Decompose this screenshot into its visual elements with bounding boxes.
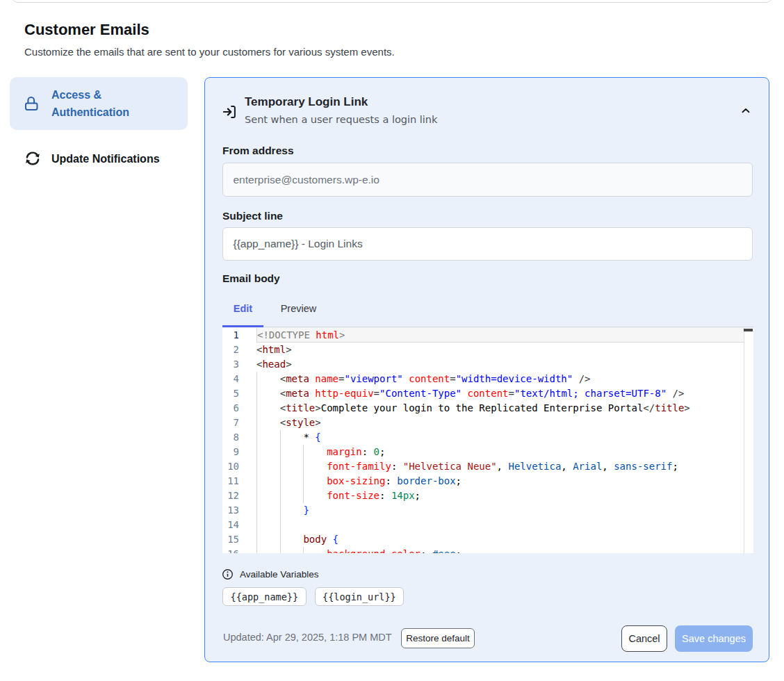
from-address-label: From address [222, 145, 294, 157]
editor-line[interactable]: 11 box-sizing: border-box; [222, 474, 753, 489]
info-icon [222, 568, 234, 580]
editor-code-line: <meta name="viewport" content="width=dev… [256, 372, 744, 386]
updated-timestamp: Updated: Apr 29, 2025, 1:18 PM MDT [223, 632, 392, 643]
cancel-button[interactable]: Cancel [621, 625, 667, 652]
editor-line[interactable]: 14 [222, 518, 753, 532]
chevron-up-icon[interactable] [742, 108, 750, 113]
editor-code-line: * { [256, 430, 744, 445]
editor-code-line: <style> [256, 416, 744, 430]
editor-code-line: background-color: #eee; [256, 547, 744, 553]
subject-line-input[interactable]: {{app_name}} - Login Links [222, 227, 753, 261]
sidebar-item-label: Update Notifications [51, 150, 160, 167]
editor-line[interactable]: 9 margin: 0; [222, 445, 753, 459]
editor-line-number: 9 [222, 445, 239, 459]
editor-code-line: font-family: "Helvetica Neue", Helvetica… [256, 459, 744, 474]
editor-code-line [256, 518, 744, 532]
editor-line[interactable]: 13 } [222, 503, 753, 518]
lock-icon [10, 97, 51, 110]
editor-cursor-marker [744, 329, 753, 331]
editor-line-number: 16 [222, 547, 239, 553]
editor-code-line: font-size: 14px; [256, 489, 744, 503]
code-editor[interactable]: 1<!DOCTYPE html>2<html>3<head>4 <meta na… [222, 328, 753, 553]
editor-line[interactable]: 5 <meta http-equiv="Content-Type" conten… [222, 386, 753, 401]
editor-line-number: 7 [222, 416, 239, 430]
editor-line-number: 15 [222, 532, 239, 547]
refresh-icon [10, 150, 51, 167]
editor-line[interactable]: 2<html> [222, 343, 753, 357]
editor-line-number: 6 [222, 401, 239, 416]
tab-edit[interactable]: Edit [222, 296, 263, 327]
tab-preview[interactable]: Preview [263, 296, 334, 327]
email-body-label: Email body [222, 272, 280, 285]
from-address-input[interactable]: enterprise@customers.wp-e.io [222, 163, 753, 197]
sidebar-item-label: Access & Authentication [51, 77, 188, 130]
page-title: Customer Emails [24, 21, 149, 39]
variable-chips: {{app_name}} {{login_url}} [222, 587, 404, 606]
editor-line[interactable]: 12 font-size: 14px; [222, 489, 753, 503]
previous-card-bottom-edge [11, 0, 773, 3]
login-icon [223, 106, 237, 120]
save-changes-button[interactable]: Save changes [675, 625, 753, 652]
editor-line-number: 3 [222, 357, 239, 372]
editor-line[interactable]: 6 <title>Complete your login to the Repl… [222, 401, 753, 416]
available-variables-label: Available Variables [240, 569, 319, 580]
editor-line[interactable]: 4 <meta name="viewport" content="width=d… [222, 372, 753, 386]
editor-line-number: 5 [222, 386, 239, 401]
editor-tabbar: Edit Preview [222, 296, 753, 327]
card-subtitle: Sent when a user requests a login link [245, 114, 437, 125]
editor-line[interactable]: 8 * { [222, 430, 753, 445]
editor-line-number: 8 [222, 430, 239, 445]
editor-overview-ruler[interactable] [744, 328, 753, 553]
editor-line-number: 13 [222, 503, 239, 518]
subject-line-label: Subject line [222, 210, 283, 222]
editor-code-line: <title>Complete your login to the Replic… [256, 401, 744, 416]
email-template-card: Temporary Login Link Sent when a user re… [204, 77, 769, 662]
variable-chip-app-name[interactable]: {{app_name}} [222, 587, 307, 606]
editor-line-number: 2 [222, 343, 239, 357]
editor-code-line: <meta http-equiv="Content-Type" content=… [256, 386, 744, 401]
editor-line[interactable]: 3<head> [222, 357, 753, 372]
editor-code-line: <!DOCTYPE html> [256, 328, 744, 343]
sidebar-item-update-notifications[interactable]: Update Notifications [10, 140, 188, 177]
editor-line[interactable]: 15 body { [222, 532, 753, 547]
editor-code-line: body { [256, 532, 744, 547]
editor-line[interactable]: 1<!DOCTYPE html> [222, 328, 753, 343]
editor-code-line: } [256, 503, 744, 518]
sidebar-item-access-authentication[interactable]: Access & Authentication [10, 77, 188, 130]
editor-line-number: 1 [222, 328, 239, 343]
restore-default-button[interactable]: Restore default [401, 628, 475, 648]
variable-chip-login-url[interactable]: {{login_url}} [315, 587, 405, 606]
editor-line-number: 10 [222, 459, 239, 474]
editor-line-number: 14 [222, 518, 239, 532]
editor-line[interactable]: 7 <style> [222, 416, 753, 430]
editor-code-line: <head> [256, 357, 744, 372]
editor-line[interactable]: 16 background-color: #eee; [222, 547, 753, 553]
sidebar: Access & Authentication Update Notificat… [10, 77, 188, 177]
editor-line[interactable]: 10 font-family: "Helvetica Neue", Helvet… [222, 459, 753, 474]
editor-line-number: 12 [222, 489, 239, 503]
editor-code-line: <html> [256, 343, 744, 357]
available-variables-row: Available Variables [222, 568, 319, 580]
editor-line-number: 4 [222, 372, 239, 386]
editor-code-line: margin: 0; [256, 445, 744, 459]
page-subtitle: Customize the emails that are sent to yo… [24, 46, 395, 58]
editor-line-number: 11 [222, 474, 239, 489]
editor-code-line: box-sizing: border-box; [256, 474, 744, 489]
card-title: Temporary Login Link [245, 95, 368, 109]
